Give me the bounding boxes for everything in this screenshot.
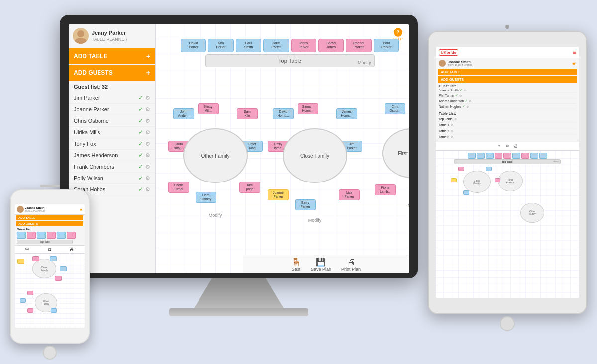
guest-list-header: Guest list: [439, 84, 576, 88]
gear-icon[interactable]: ⚙ [145, 186, 150, 193]
gear-icon[interactable]: ⚙ [145, 141, 150, 147]
gear-icon[interactable]: ⚙ [145, 152, 150, 159]
user-info: Jenny Parker TABLE PLANNER [92, 30, 128, 41]
other-family-table: KirstyMill... SamKlin PeterKing Kimpage … [171, 103, 260, 218]
print-icon[interactable]: 🖨 [70, 247, 74, 252]
add-guests-button[interactable]: ADD GUESTS + [69, 65, 155, 81]
check-icon: ✓ [462, 104, 465, 108]
gear-icon[interactable]: ⚙ [451, 123, 453, 127]
tablet-first-friends: FirstFriends [498, 171, 523, 191]
star-icon: ★ [79, 207, 83, 212]
top-table-label[interactable]: Top Table Modify [205, 54, 375, 67]
phone-header: Joanne Smith TABLE PLANNER ★ [15, 204, 85, 215]
seat-card[interactable]: DavidPorter [181, 39, 206, 52]
gear-icon[interactable]: ⚙ [145, 129, 150, 136]
tablet-home-button[interactable] [500, 316, 515, 331]
tablet-screen: UKbride ≡ Joanne Smith TABLE PLANNER ★ A… [436, 47, 579, 298]
seat-card[interactable]: Sama...Hornc... [298, 103, 318, 114]
gear-icon[interactable]: ⚙ [145, 175, 150, 182]
modify-link[interactable]: Modify [308, 218, 322, 223]
add-table-button[interactable]: ADD TABLE + [69, 48, 155, 64]
seat-card[interactable]: JamesHornc... [336, 108, 357, 119]
table-list-item: Table 3 ⚙ [439, 134, 576, 140]
list-item: Ulrika Mills ✓ ⚙ [69, 127, 155, 138]
seat-card[interactable]: CherylTurner [168, 182, 189, 193]
list-item: Joanne Smith ✓ ⚙ [439, 88, 576, 93]
gear-icon[interactable]: ⚙ [145, 118, 150, 124]
phone-add-guests-button[interactable]: ADD GUESTS [16, 221, 83, 226]
phone-seat-blue [60, 266, 67, 271]
menu-icon[interactable]: ≡ [573, 49, 576, 56]
seat-card[interactable]: JoanneParker [268, 189, 289, 200]
phone-home-button[interactable] [43, 346, 57, 360]
gear-icon[interactable]: ⚙ [451, 135, 453, 139]
canvas-toolbar: 🪑 Seat 💾 Save Plan 🖨 Print Plan [243, 255, 409, 273]
gear-icon[interactable]: ⚙ [451, 129, 453, 133]
seat-card[interactable]: SarahJones [318, 39, 344, 52]
sidebar-header: Jenny Parker TABLE PLANNER [69, 24, 155, 48]
save-icon: 💾 [316, 257, 326, 267]
phone-close-family: CloseFamily [32, 259, 56, 278]
copy-button[interactable]: ⧉ [506, 144, 509, 149]
print-plan-button[interactable]: 🖨 Print Plan [341, 258, 361, 272]
table-list-item: Top Table ⚙ [439, 116, 576, 122]
seat-card[interactable]: JohnAnder... [173, 108, 194, 119]
modify-link[interactable]: Modify [408, 203, 409, 208]
avatar [17, 206, 24, 213]
phone-add-table-button[interactable]: ADD TABLE [16, 215, 83, 220]
seat-card[interactable]: PaulParker [374, 39, 399, 52]
seat-card[interactable]: BarryParker [295, 199, 316, 210]
print-button[interactable]: 🖨 [514, 144, 518, 149]
save-plan-button[interactable]: 💾 Save Plan [311, 257, 331, 272]
modify-link[interactable]: Modify [209, 213, 222, 218]
tablet-canvas: Top Table Modify CloseFamily FirstFriend… [436, 151, 579, 298]
top-table-modify[interactable]: Modify [358, 60, 371, 65]
tablet-add-guests-button[interactable]: ADD GUESTS [438, 76, 577, 83]
seat-card[interactable]: ChrisOsbor... [385, 103, 405, 114]
gear-icon[interactable]: ⚙ [464, 89, 466, 92]
tablet-device: UKbride ≡ Joanne Smith TABLE PLANNER ★ A… [428, 25, 587, 313]
seat-card[interactable]: KirstyMill... [198, 103, 219, 114]
mini-seat-pink [521, 153, 529, 159]
table-list-item: Table 2 ⚙ [439, 128, 576, 134]
copy-icon[interactable]: ⧉ [48, 247, 51, 252]
seat-plan-button[interactable]: 🪑 Seat [291, 257, 301, 272]
check-icon: ✓ [465, 99, 468, 103]
seat-card[interactable]: DavidHornc... [273, 108, 294, 119]
tablet-camera [505, 25, 509, 29]
seat-card[interactable]: Kimpage [239, 182, 260, 193]
seat-card[interactable]: SamKlin [237, 108, 258, 119]
gear-icon[interactable]: ⚙ [145, 95, 150, 101]
monitor-frame: Jenny Parker TABLE PLANNER ADD TABLE + A… [60, 15, 418, 278]
gear-icon[interactable]: ⚙ [145, 106, 150, 113]
phone-guest-list-section: Guest list: Top Table [15, 227, 85, 245]
gear-icon[interactable]: ⚙ [145, 164, 150, 170]
list-item: Tony Fox ✓ ⚙ [69, 138, 155, 150]
seat-card[interactable]: PaulSmith [236, 39, 261, 52]
tablet-add-table-button[interactable]: ADD TABLE [438, 69, 577, 75]
seat-card[interactable]: FionaLamb... [375, 184, 396, 195]
scissors-icon: ✂ [498, 144, 501, 148]
gear-icon[interactable]: ⚙ [454, 117, 457, 121]
gear-icon[interactable]: ⚙ [459, 94, 462, 97]
scissors-icon[interactable]: ✂ [25, 247, 29, 252]
phone-seat-pink [27, 291, 33, 295]
seat-card[interactable]: LisaParker [339, 189, 360, 200]
seat-card[interactable]: LiamStanley [196, 192, 216, 203]
tablet-user-row: Joanne Smith TABLE PLANNER ★ [436, 58, 579, 68]
check-icon: ✓ [138, 186, 143, 193]
seat-card[interactable]: RachelParker [346, 39, 371, 52]
gear-icon[interactable]: ⚙ [469, 99, 471, 103]
monitor-screen: Jenny Parker TABLE PLANNER ADD TABLE + A… [69, 24, 409, 273]
mini-seat [486, 167, 492, 171]
print-icon: 🖨 [347, 258, 355, 267]
seat-card[interactable]: KimPorter [208, 39, 233, 52]
chair-icon: 🪑 [291, 257, 301, 267]
phone-seat-pink [32, 256, 39, 261]
seat-card[interactable]: JakePorter [263, 39, 289, 52]
gear-icon[interactable]: ⚙ [466, 105, 469, 108]
check-icon: ✓ [460, 88, 463, 92]
seat-card[interactable]: JennyParker [291, 39, 316, 52]
list-item: Frank Chambers ✓ ⚙ [69, 161, 155, 173]
scissors-button[interactable]: ✂ [498, 144, 501, 149]
